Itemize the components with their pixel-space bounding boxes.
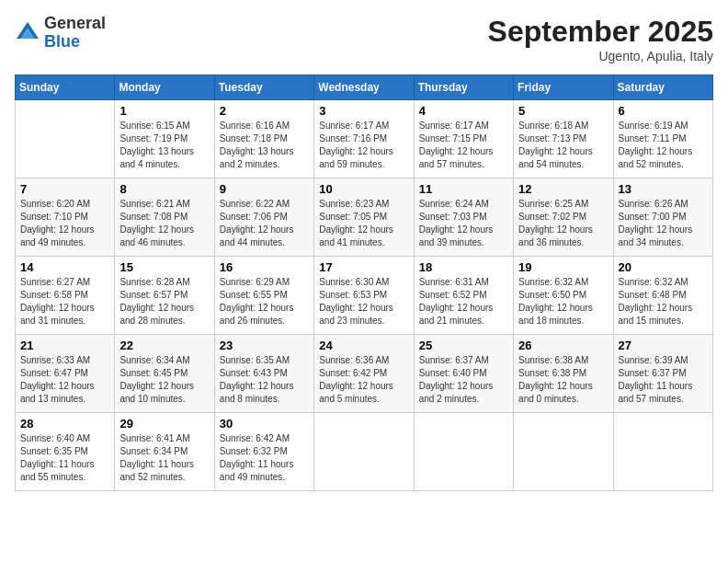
calendar-cell <box>613 413 712 491</box>
day-info: Sunrise: 6:30 AMSunset: 6:53 PMDaylight:… <box>319 276 408 327</box>
day-number: 6 <box>619 104 708 118</box>
day-number: 11 <box>419 182 508 196</box>
day-number: 18 <box>419 260 508 274</box>
logo-general-text: General <box>44 14 106 32</box>
day-info: Sunrise: 6:23 AMSunset: 7:05 PMDaylight:… <box>319 198 408 249</box>
calendar-day-header: Sunday <box>16 75 115 100</box>
day-info: Sunrise: 6:16 AMSunset: 7:18 PMDaylight:… <box>220 120 309 171</box>
calendar-day-header: Saturday <box>613 75 712 100</box>
day-number: 3 <box>319 104 408 118</box>
day-number: 22 <box>119 339 209 352</box>
day-number: 25 <box>419 339 508 352</box>
calendar-cell: 21Sunrise: 6:33 AMSunset: 6:47 PMDayligh… <box>16 335 115 413</box>
day-number: 13 <box>619 182 708 196</box>
calendar-cell: 2Sunrise: 6:16 AMSunset: 7:18 PMDaylight… <box>214 100 313 178</box>
calendar-cell: 29Sunrise: 6:41 AMSunset: 6:34 PMDayligh… <box>115 413 214 491</box>
title-block: September 2025 Ugento, Apulia, Italy <box>488 15 713 63</box>
calendar-cell: 1Sunrise: 6:15 AMSunset: 7:19 PMDaylight… <box>115 100 214 178</box>
calendar-cell: 14Sunrise: 6:27 AMSunset: 6:58 PMDayligh… <box>16 257 115 335</box>
calendar-cell <box>314 413 414 491</box>
day-info: Sunrise: 6:41 AMSunset: 6:34 PMDaylight:… <box>119 432 209 484</box>
day-info: Sunrise: 6:15 AMSunset: 7:19 PMDaylight:… <box>119 120 209 171</box>
page-header: General Blue September 2025 Ugento, Apul… <box>15 15 713 63</box>
calendar-cell: 28Sunrise: 6:40 AMSunset: 6:35 PMDayligh… <box>16 413 115 491</box>
calendar-cell: 15Sunrise: 6:28 AMSunset: 6:57 PMDayligh… <box>115 257 214 335</box>
calendar-cell: 25Sunrise: 6:37 AMSunset: 6:40 PMDayligh… <box>414 335 513 413</box>
calendar-week-row: 14Sunrise: 6:27 AMSunset: 6:58 PMDayligh… <box>16 257 713 335</box>
day-number: 29 <box>119 417 209 431</box>
logo-icon <box>15 20 40 46</box>
day-number: 9 <box>220 182 309 196</box>
day-info: Sunrise: 6:20 AMSunset: 7:10 PMDaylight:… <box>20 198 109 249</box>
calendar-cell: 23Sunrise: 6:35 AMSunset: 6:43 PMDayligh… <box>214 335 313 413</box>
calendar-body: 1Sunrise: 6:15 AMSunset: 7:19 PMDaylight… <box>16 100 713 491</box>
calendar-cell: 8Sunrise: 6:21 AMSunset: 7:08 PMDaylight… <box>115 178 214 257</box>
calendar-week-row: 7Sunrise: 6:20 AMSunset: 7:10 PMDaylight… <box>16 178 713 257</box>
day-info: Sunrise: 6:28 AMSunset: 6:57 PMDaylight:… <box>119 276 209 327</box>
calendar-day-header: Monday <box>115 75 214 100</box>
calendar-cell: 20Sunrise: 6:32 AMSunset: 6:48 PMDayligh… <box>613 257 712 335</box>
day-info: Sunrise: 6:38 AMSunset: 6:38 PMDaylight:… <box>518 354 608 406</box>
logo-blue-text: Blue <box>44 32 80 51</box>
calendar-cell: 16Sunrise: 6:29 AMSunset: 6:55 PMDayligh… <box>214 257 313 335</box>
calendar-cell: 26Sunrise: 6:38 AMSunset: 6:38 PMDayligh… <box>514 335 613 413</box>
day-number: 28 <box>20 417 109 431</box>
day-info: Sunrise: 6:32 AMSunset: 6:50 PMDaylight:… <box>518 276 608 327</box>
day-number: 1 <box>119 104 209 118</box>
day-info: Sunrise: 6:27 AMSunset: 6:58 PMDaylight:… <box>20 276 109 327</box>
day-info: Sunrise: 6:33 AMSunset: 6:47 PMDaylight:… <box>20 354 109 406</box>
day-info: Sunrise: 6:17 AMSunset: 7:16 PMDaylight:… <box>319 120 408 171</box>
calendar-cell: 3Sunrise: 6:17 AMSunset: 7:16 PMDaylight… <box>314 100 414 178</box>
calendar-day-header: Wednesday <box>314 75 414 100</box>
day-number: 17 <box>319 260 408 274</box>
day-number: 27 <box>619 339 708 352</box>
calendar-cell: 10Sunrise: 6:23 AMSunset: 7:05 PMDayligh… <box>314 178 414 257</box>
calendar-cell: 4Sunrise: 6:17 AMSunset: 7:15 PMDaylight… <box>414 100 513 178</box>
calendar-header-row: SundayMondayTuesdayWednesdayThursdayFrid… <box>16 75 713 100</box>
calendar-cell: 7Sunrise: 6:20 AMSunset: 7:10 PMDaylight… <box>16 178 115 257</box>
calendar-cell: 17Sunrise: 6:30 AMSunset: 6:53 PMDayligh… <box>314 257 414 335</box>
calendar-week-row: 28Sunrise: 6:40 AMSunset: 6:35 PMDayligh… <box>16 413 713 491</box>
month-title: September 2025 <box>488 15 713 49</box>
day-number: 15 <box>119 260 209 274</box>
location-text: Ugento, Apulia, Italy <box>488 49 713 63</box>
day-number: 14 <box>20 260 109 274</box>
calendar-cell <box>514 413 613 491</box>
calendar-cell: 22Sunrise: 6:34 AMSunset: 6:45 PMDayligh… <box>115 335 214 413</box>
day-number: 5 <box>518 104 608 118</box>
day-number: 20 <box>619 260 708 274</box>
day-info: Sunrise: 6:37 AMSunset: 6:40 PMDaylight:… <box>419 354 508 406</box>
calendar-cell: 27Sunrise: 6:39 AMSunset: 6:37 PMDayligh… <box>613 335 712 413</box>
day-info: Sunrise: 6:39 AMSunset: 6:37 PMDaylight:… <box>619 354 708 406</box>
calendar-day-header: Thursday <box>414 75 513 100</box>
day-info: Sunrise: 6:34 AMSunset: 6:45 PMDaylight:… <box>119 354 209 406</box>
calendar-cell <box>16 100 115 178</box>
day-number: 8 <box>119 182 209 196</box>
day-number: 10 <box>319 182 408 196</box>
calendar-day-header: Friday <box>514 75 613 100</box>
day-number: 4 <box>419 104 508 118</box>
day-info: Sunrise: 6:18 AMSunset: 7:13 PMDaylight:… <box>518 120 608 171</box>
day-number: 21 <box>20 339 109 352</box>
calendar-cell: 12Sunrise: 6:25 AMSunset: 7:02 PMDayligh… <box>514 178 613 257</box>
day-info: Sunrise: 6:40 AMSunset: 6:35 PMDaylight:… <box>20 432 109 484</box>
day-info: Sunrise: 6:31 AMSunset: 6:52 PMDaylight:… <box>419 276 508 327</box>
calendar-cell: 30Sunrise: 6:42 AMSunset: 6:32 PMDayligh… <box>214 413 313 491</box>
day-number: 2 <box>220 104 309 118</box>
day-number: 26 <box>518 339 608 352</box>
day-info: Sunrise: 6:19 AMSunset: 7:11 PMDaylight:… <box>619 120 708 171</box>
day-info: Sunrise: 6:29 AMSunset: 6:55 PMDaylight:… <box>220 276 309 327</box>
day-info: Sunrise: 6:25 AMSunset: 7:02 PMDaylight:… <box>518 198 608 249</box>
day-number: 30 <box>220 417 309 431</box>
day-number: 19 <box>518 260 608 274</box>
day-number: 24 <box>319 339 408 352</box>
calendar-cell: 11Sunrise: 6:24 AMSunset: 7:03 PMDayligh… <box>414 178 513 257</box>
day-number: 16 <box>220 260 309 274</box>
day-info: Sunrise: 6:24 AMSunset: 7:03 PMDaylight:… <box>419 198 508 249</box>
day-info: Sunrise: 6:22 AMSunset: 7:06 PMDaylight:… <box>220 198 309 249</box>
calendar-cell: 18Sunrise: 6:31 AMSunset: 6:52 PMDayligh… <box>414 257 513 335</box>
day-info: Sunrise: 6:35 AMSunset: 6:43 PMDaylight:… <box>220 354 309 406</box>
day-info: Sunrise: 6:42 AMSunset: 6:32 PMDaylight:… <box>220 432 309 484</box>
day-info: Sunrise: 6:21 AMSunset: 7:08 PMDaylight:… <box>119 198 209 249</box>
day-info: Sunrise: 6:26 AMSunset: 7:00 PMDaylight:… <box>619 198 708 249</box>
